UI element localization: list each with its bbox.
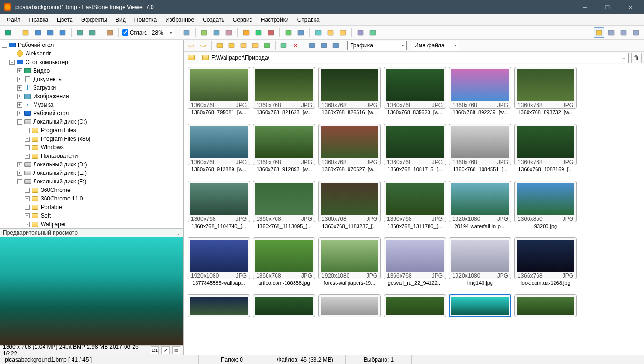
open-button[interactable] bbox=[20, 27, 31, 38]
thumbnail[interactable]: 1920x1080JPG1377845585-wallpap... bbox=[188, 237, 250, 286]
clone-button[interactable] bbox=[266, 27, 276, 38]
thumbnail[interactable]: 1360x768JPG1360x768_795081_[w... bbox=[188, 67, 250, 115]
tree-expander[interactable]: - bbox=[17, 179, 22, 184]
thumbnail[interactable]: 1366x768JPGlook.com.ua-1268.jpg bbox=[514, 237, 577, 286]
tag-button[interactable] bbox=[278, 40, 289, 51]
thumbnail[interactable]: 1360x768JPG1360x768_912893_[w... bbox=[253, 124, 315, 172]
thumbnail[interactable]: 1920x1080JPGforest-wallpapers-19... bbox=[318, 237, 381, 286]
thumbnail[interactable]: 1366x768JPGgetwall_ru_22_94122... bbox=[384, 237, 446, 286]
thumbnail[interactable]: 1360x768JPG1360x768_1113095_[... bbox=[253, 181, 315, 229]
thumbnail[interactable] bbox=[514, 294, 577, 317]
tree-expander[interactable]: + bbox=[17, 162, 22, 167]
tree-item[interactable]: +Видео bbox=[0, 66, 183, 75]
tree-item[interactable]: +Пользователи bbox=[0, 152, 183, 160]
details-view-button[interactable] bbox=[606, 27, 617, 38]
tree-expander[interactable]: + bbox=[17, 94, 22, 99]
tree-expander[interactable]: + bbox=[25, 205, 30, 210]
fit-button[interactable]: ⤢ bbox=[161, 346, 170, 354]
close-button[interactable]: ✕ bbox=[623, 4, 637, 10]
fav-add-button[interactable] bbox=[250, 40, 260, 51]
menu-файл[interactable]: Файл bbox=[3, 15, 25, 25]
thumbnail[interactable]: 1360x768JPG1360x768_826516_[w... bbox=[318, 67, 381, 115]
tree-item[interactable]: +Изображения bbox=[0, 92, 183, 100]
menu-вид[interactable]: Вид bbox=[112, 15, 130, 25]
tree-item[interactable]: -Рабочий стол bbox=[0, 41, 183, 49]
menu-правка[interactable]: Правка bbox=[26, 15, 53, 25]
delete-path-button[interactable]: 🗑 bbox=[631, 53, 642, 63]
tree-expander[interactable]: + bbox=[17, 102, 22, 108]
tree-expander[interactable]: + bbox=[25, 188, 30, 193]
color-button[interactable] bbox=[241, 27, 251, 38]
tree-expander[interactable]: + bbox=[17, 111, 22, 116]
tree-expander[interactable]: + bbox=[25, 128, 30, 133]
tree-item[interactable]: +Windows bbox=[0, 143, 183, 152]
refresh-button[interactable] bbox=[262, 40, 272, 51]
thumbnail[interactable] bbox=[188, 294, 250, 317]
tree-item[interactable]: -Этот компьютер bbox=[0, 58, 183, 66]
filter-combo[interactable]: Графика bbox=[347, 41, 407, 50]
tree-item[interactable]: +Portable bbox=[0, 203, 183, 211]
thumbnail-area[interactable]: 1360x768JPG1360x768_795081_[w...1360x768… bbox=[184, 64, 644, 355]
save-right-button[interactable] bbox=[57, 27, 68, 38]
back-button[interactable]: ⇦ bbox=[186, 40, 197, 51]
redeye-button[interactable] bbox=[253, 27, 264, 38]
thumbnail[interactable]: 1360x768JPG1360x768_893732_[w... bbox=[514, 67, 577, 115]
menu-button[interactable]: ▤ bbox=[172, 346, 180, 354]
ratio-button[interactable]: 1:1 bbox=[151, 346, 159, 354]
preview-header[interactable]: Предварительный просмотр ⌄ bbox=[0, 228, 183, 237]
tree-item[interactable]: +360Chrome bbox=[0, 186, 183, 194]
thumbnail[interactable]: 1920x1080JPG20194-waterfall-in-pl... bbox=[449, 181, 511, 229]
thumbnail[interactable]: 1360x768JPG1360x768_1087169_[... bbox=[514, 124, 577, 172]
thumbnail[interactable]: 1366x768JPGartleo.com-100358.jpg bbox=[253, 237, 315, 286]
acquire-button[interactable] bbox=[3, 27, 13, 38]
tree-item[interactable]: +Soft bbox=[0, 211, 183, 220]
thumbnail[interactable]: 1360x768JPG1360x768_1084551_[... bbox=[449, 124, 511, 172]
mail-button[interactable] bbox=[325, 27, 336, 38]
fullscreen-view-button[interactable] bbox=[631, 27, 641, 38]
view-large-button[interactable] bbox=[307, 40, 317, 51]
smooth-checkbox[interactable]: Сглаж. bbox=[122, 29, 148, 36]
up-button[interactable] bbox=[215, 40, 225, 51]
minimize-button[interactable]: ─ bbox=[578, 4, 592, 10]
maximize-button[interactable]: ❐ bbox=[600, 4, 615, 10]
thumbnail[interactable] bbox=[449, 294, 511, 317]
view-details-button[interactable] bbox=[331, 40, 341, 51]
thumbnail[interactable]: 1360x768JPG1360x768_1183237_[... bbox=[318, 181, 381, 229]
forward-button[interactable]: ⇨ bbox=[198, 40, 208, 51]
thumbnail[interactable] bbox=[384, 294, 446, 317]
thumbnail[interactable] bbox=[253, 294, 315, 317]
tree-expander[interactable]: + bbox=[25, 213, 30, 218]
tree-item[interactable]: +Program Files bbox=[0, 126, 183, 135]
save-left-button[interactable] bbox=[45, 27, 55, 38]
menu-справка[interactable]: Справка bbox=[294, 15, 323, 25]
path-input[interactable]: F:\Wallpaper\Природа\ bbox=[199, 53, 629, 63]
zoom-combo[interactable]: 28% bbox=[150, 28, 174, 37]
tree-item[interactable]: -Wallpaper bbox=[0, 220, 183, 228]
tree-item[interactable]: +Локальный диск (E:) bbox=[0, 169, 183, 177]
resize-button[interactable] bbox=[211, 27, 222, 38]
save-button[interactable] bbox=[33, 27, 43, 38]
thumbnail[interactable]: 1920x1080JPGimg143.jpg bbox=[449, 237, 511, 286]
thumbnail[interactable] bbox=[318, 294, 381, 317]
thumbs-view-button[interactable] bbox=[594, 27, 604, 38]
delete-button[interactable]: ✕ bbox=[290, 40, 301, 51]
tree-item[interactable]: +♪Музыка bbox=[0, 100, 183, 109]
thumbnail[interactable]: 1360x768JPG1360x768_835620_[w... bbox=[384, 67, 446, 115]
copy-button[interactable] bbox=[313, 27, 323, 38]
thumbnail[interactable]: 1360x768JPG1360x768_892239_[w... bbox=[449, 67, 511, 115]
view-list-button[interactable] bbox=[319, 40, 329, 51]
tree-expander[interactable]: + bbox=[17, 171, 22, 176]
canvas-button[interactable] bbox=[224, 27, 234, 38]
menu-настройки[interactable]: Настройки bbox=[257, 15, 293, 25]
rotate-button[interactable] bbox=[181, 27, 192, 38]
tree-expander[interactable]: - bbox=[2, 43, 7, 48]
compare-button[interactable] bbox=[295, 27, 306, 38]
chevron-down-icon[interactable]: ⌄ bbox=[177, 230, 180, 236]
tree-item[interactable]: -Локальный диск (F:) bbox=[0, 177, 183, 186]
tree-item[interactable]: +⬇Загрузки bbox=[0, 83, 183, 92]
menu-сервис[interactable]: Сервис bbox=[229, 15, 256, 25]
tree-item[interactable]: +Рабочий стол bbox=[0, 109, 183, 118]
tree-expander[interactable]: + bbox=[17, 68, 22, 73]
tree-item[interactable]: +Документы bbox=[0, 75, 183, 83]
thumbnail[interactable]: 1360x768JPG1360x768_1311780_[... bbox=[384, 181, 446, 229]
